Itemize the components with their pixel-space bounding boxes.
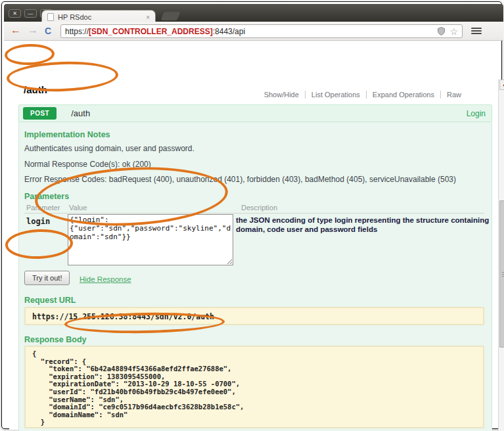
- list-operations-link[interactable]: List Operations: [305, 91, 366, 99]
- try-it-out-button[interactable]: Try it out!: [24, 271, 70, 285]
- title-bar: ✕ — ▢ HP RSdoc ×: [4, 4, 503, 22]
- raw-link[interactable]: Raw: [440, 91, 467, 99]
- column-value: Value: [69, 204, 87, 212]
- http-method-badge[interactable]: POST: [23, 107, 57, 120]
- normal-response-codes: Normal Response Code(s): ok (200): [24, 160, 151, 169]
- endpoint-menu: Show/HideList OperationsExpand Operation…: [258, 91, 467, 99]
- operation-path-link[interactable]: /auth: [71, 108, 90, 118]
- security-shield-icon[interactable]: [437, 27, 446, 35]
- response-body-value: { "record": { "token": "6b42a48894f54366…: [24, 346, 484, 428]
- operation-detail-panel: Implementation Notes Authenticates using…: [18, 122, 492, 431]
- close-window-button[interactable]: ✕: [9, 9, 21, 18]
- hide-response-link[interactable]: Hide Response: [80, 275, 131, 283]
- page-favicon-icon: [47, 13, 54, 21]
- tab-title: HP RSdoc: [58, 13, 141, 21]
- back-icon[interactable]: ←: [11, 24, 21, 36]
- request-url-value: https://15.255.126.38:8443/sdn/v2.0/auth: [24, 307, 484, 325]
- reload-icon[interactable]: C: [45, 26, 51, 36]
- browser-menu-icon[interactable]: [471, 28, 482, 35]
- browser-toolbar: ← → C https://[SDN_CONTROLLER_ADDRESS]:8…: [4, 22, 503, 41]
- tab-close-icon[interactable]: ×: [141, 14, 155, 21]
- scroll-up-icon[interactable]: ▲: [499, 79, 504, 90]
- endpoint-title: /auth: [24, 84, 47, 95]
- login-parameter-input[interactable]: {"login": {"user":"sdn","password":"skyl…: [68, 214, 233, 265]
- response-body-heading: Response Body: [24, 335, 86, 344]
- implementation-notes-text: Authenticates using domain, user and pas…: [24, 144, 195, 153]
- url-text: https://[SDN_CONTROLLER_ADDRESS]:8443/ap…: [65, 27, 437, 36]
- url-host: [SDN_CONTROLLER_ADDRESS]: [89, 27, 213, 36]
- api-doc-page: /auth Show/HideList OperationsExpand Ope…: [9, 41, 491, 430]
- parameter-name: login: [26, 217, 50, 226]
- new-tab-button[interactable]: [160, 12, 180, 20]
- implementation-notes-heading: Implementation Notes: [24, 130, 110, 139]
- operation-nickname-link[interactable]: Login: [467, 109, 486, 118]
- forward-icon[interactable]: →: [28, 24, 38, 36]
- column-parameter: Parameter: [26, 204, 60, 212]
- parameter-description: the JSON encoding of type login represen…: [236, 216, 492, 234]
- error-response-codes: Error Response Codes: badRequest (400), …: [24, 175, 456, 184]
- page-scrollbar: ▲ ▼: [498, 79, 504, 431]
- scrollbar-thumb[interactable]: [499, 200, 504, 348]
- address-bar[interactable]: https://[SDN_CONTROLLER_ADDRESS]:8443/ap…: [60, 24, 463, 38]
- request-url-heading: Request URL: [24, 296, 76, 305]
- column-description: Description: [241, 204, 277, 212]
- show-hide-link[interactable]: Show/Hide: [258, 91, 305, 99]
- expand-operations-link[interactable]: Expand Operations: [366, 91, 440, 99]
- parameters-table-header: Parameter Value Description: [24, 204, 484, 214]
- operation-header[interactable]: POST /auth Login: [18, 104, 492, 122]
- minimize-window-button[interactable]: —: [24, 9, 37, 18]
- parameters-heading: Parameters: [24, 192, 69, 201]
- browser-window: ✕ — ▢ HP RSdoc × ← → C https://[SDN_CONT…: [1, 1, 502, 429]
- bookmark-star-icon[interactable]: ☆: [449, 27, 458, 36]
